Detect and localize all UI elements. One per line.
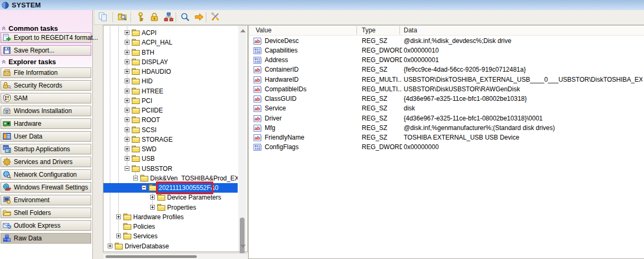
tree-node-services[interactable]: Services bbox=[103, 231, 238, 241]
tree-node-device-parameters[interactable]: Device Parameters bbox=[103, 193, 238, 202]
registry-value-row-mfg[interactable]: abMfgREG_SZ@disk.inf,%genmanufacturer%;(… bbox=[249, 123, 644, 133]
registry-value-row-driver[interactable]: abDriverREG_SZ{4d36e967-e325-11ce-bfc1-0… bbox=[249, 114, 644, 123]
string-value-icon: ab bbox=[254, 36, 262, 46]
tree-node-hardware-profiles[interactable]: Hardware Profiles bbox=[103, 212, 238, 222]
expand-icon[interactable] bbox=[125, 156, 129, 161]
sidebar-item-file-information[interactable]: File Information bbox=[1, 67, 91, 78]
sidebar-item-network-configuration[interactable]: Network Configuration bbox=[1, 169, 91, 180]
tree-node-root[interactable]: ROOT bbox=[103, 115, 238, 125]
sidebar-item-environment[interactable]: Environment bbox=[1, 195, 91, 205]
toolbar-button-go[interactable] bbox=[193, 11, 205, 23]
sidebar-item-outlook-express[interactable]: Outlook Express bbox=[1, 220, 91, 231]
column-header-data[interactable]: Data bbox=[404, 25, 417, 35]
collapse-icon[interactable] bbox=[125, 166, 129, 171]
tree-node-driverdatabase[interactable]: DriverDatabase bbox=[103, 241, 238, 251]
sidebar-item-hardware[interactable]: Hardware bbox=[1, 118, 91, 129]
expand-icon[interactable] bbox=[125, 40, 129, 45]
tree-node-pciide[interactable]: PCIIDE bbox=[103, 106, 238, 115]
expand-icon[interactable] bbox=[125, 108, 129, 113]
expand-icon[interactable] bbox=[125, 59, 129, 64]
expand-icon[interactable] bbox=[125, 146, 129, 151]
sidebar-item-raw-data[interactable]: Raw Data bbox=[1, 233, 91, 244]
chevron-collapse-icon[interactable] bbox=[1, 25, 6, 31]
sidebar-item-windows-firewall-settings[interactable]: Windows Firewall Settings bbox=[1, 182, 91, 193]
registry-value-row-configflags[interactable]: 011110ConfigFlagsREG_DWORD0x00000000 bbox=[249, 142, 644, 152]
scroll-up-arrow[interactable] bbox=[240, 29, 246, 32]
column-separator[interactable] bbox=[356, 26, 357, 34]
tree-node-swd[interactable]: SWD bbox=[103, 144, 238, 154]
registry-value-row-containerid[interactable]: abContainerIDREG_SZ{fe9cc9ce-4dad-56cc-9… bbox=[249, 65, 644, 74]
expand-icon[interactable] bbox=[125, 50, 129, 55]
expand-icon[interactable] bbox=[125, 137, 129, 142]
registry-value-row-classguid[interactable]: abClassGUIDREG_SZ{4d36e967-e325-11ce-bfc… bbox=[249, 94, 644, 103]
folder-icon bbox=[132, 126, 140, 133]
expand-icon[interactable] bbox=[125, 89, 129, 93]
tree-node-usb[interactable]: USB bbox=[103, 154, 238, 163]
folder-icon bbox=[123, 223, 132, 230]
column-header-value[interactable]: Value bbox=[256, 25, 272, 35]
value-type: REG_SZ bbox=[362, 114, 402, 123]
sidebar-item-sam[interactable]: SAM bbox=[1, 93, 91, 103]
toolbar-button-copy[interactable] bbox=[97, 11, 109, 23]
tree-node-properties[interactable]: Properties bbox=[103, 203, 238, 212]
registry-value-row-devicedesc[interactable]: abDeviceDescREG_SZ@disk.inf,%disk_devdes… bbox=[249, 36, 644, 46]
toolbar-button-tools[interactable] bbox=[209, 11, 222, 23]
sidebar-item-save-report[interactable]: Save Report... bbox=[1, 45, 91, 56]
sidebar-item-windows-installation[interactable]: Windows Installation bbox=[1, 106, 91, 116]
expand-icon[interactable] bbox=[116, 214, 121, 219]
tree-node-usbstor[interactable]: USBSTOR bbox=[103, 164, 238, 174]
string-value-icon: ab bbox=[254, 75, 262, 84]
tree-node-policies[interactable]: Policies bbox=[103, 222, 238, 231]
sidebar-item-security-records[interactable]: Security Records bbox=[1, 80, 91, 91]
collapse-icon[interactable] bbox=[133, 176, 138, 180]
toolbar-button-sam-key[interactable] bbox=[134, 11, 147, 23]
registry-value-row-hardwareid[interactable]: abHardwareIDREG_MULTI...USBSTOR\DiskTOSH… bbox=[249, 75, 644, 84]
toolbar-button-security[interactable] bbox=[148, 11, 161, 23]
registry-value-row-address[interactable]: 011110AddressREG_DWORD0x00000001 bbox=[249, 55, 644, 65]
registry-value-row-friendlyname[interactable]: abFriendlyNameREG_SZTOSHIBA EXTERNAL_USB… bbox=[249, 133, 644, 142]
expand-icon[interactable] bbox=[125, 69, 129, 74]
tree-node-hid[interactable]: HID bbox=[103, 76, 238, 86]
tree-node-20211113005552f-0[interactable]: 20211113005552F&0 bbox=[103, 183, 238, 193]
chevron-collapse-icon[interactable] bbox=[1, 59, 6, 64]
tree-horizontal-scrollbar[interactable] bbox=[103, 253, 247, 259]
registry-value-row-compatibleids[interactable]: abCompatibleIDsREG_MULTI...USBSTOR\DiskU… bbox=[249, 84, 644, 94]
folder-icon bbox=[115, 243, 123, 249]
tree-node-acpi-hal[interactable]: ACPI_HAL bbox=[103, 38, 238, 47]
sidebar-item-user-data[interactable]: User Data bbox=[1, 131, 91, 142]
collapse-icon[interactable] bbox=[142, 185, 146, 190]
folder-search-icon bbox=[117, 12, 128, 22]
expand-icon[interactable] bbox=[108, 244, 112, 248]
toolbar-button-explore[interactable] bbox=[116, 11, 129, 23]
expand-icon[interactable] bbox=[125, 127, 129, 132]
tree-vertical-scrollbar[interactable] bbox=[238, 25, 246, 252]
column-header-type[interactable]: Type bbox=[362, 25, 376, 35]
expand-icon[interactable] bbox=[150, 205, 155, 210]
tree-node-acpi[interactable]: ACPI bbox=[103, 28, 238, 38]
tree-node-hdaudio[interactable]: HDAUDIO bbox=[103, 67, 238, 76]
sidebar-item-startup-applications[interactable]: Startup Applications bbox=[1, 144, 91, 154]
tree-node-htree[interactable]: HTREE bbox=[103, 87, 238, 96]
expand-icon[interactable] bbox=[125, 30, 129, 35]
tree-node-pci[interactable]: PCI bbox=[103, 96, 238, 106]
toolbar-button-hierarchy[interactable] bbox=[162, 11, 175, 23]
scrollbar-thumb[interactable] bbox=[106, 255, 197, 258]
expand-icon[interactable] bbox=[150, 195, 155, 200]
registry-value-row-service[interactable]: abServiceREG_SZdisk bbox=[249, 103, 644, 113]
sidebar-item-export-to-regedit4-format[interactable]: Export to REGEDIT4 format... bbox=[1, 32, 91, 43]
expand-icon[interactable] bbox=[116, 234, 121, 238]
tree-node-scsi[interactable]: SCSI bbox=[103, 125, 238, 135]
tree-node-disk-ven-toshiba-prod-exter[interactable]: Disk&Ven_TOSHIBA&Prod_EXTER bbox=[103, 174, 238, 183]
expand-icon[interactable] bbox=[125, 117, 129, 122]
registry-value-row-capabilities[interactable]: 011110CapabilitiesREG_DWORD0x00000010 bbox=[249, 46, 644, 55]
tree-node-storage[interactable]: STORAGE bbox=[103, 135, 238, 144]
scroll-down-arrow[interactable] bbox=[240, 245, 246, 248]
expand-icon[interactable] bbox=[125, 79, 129, 83]
toolbar-button-find[interactable] bbox=[179, 11, 192, 23]
tree-node-bth[interactable]: BTH bbox=[103, 48, 238, 57]
tree-node-display[interactable]: DISPLAY bbox=[103, 57, 238, 67]
expand-icon[interactable] bbox=[125, 98, 129, 103]
sidebar-item-services-and-drivers[interactable]: Services and Drivers bbox=[1, 157, 91, 167]
sidebar-item-shell-folders[interactable]: Shell Folders bbox=[1, 208, 91, 218]
column-separator[interactable] bbox=[399, 26, 400, 34]
